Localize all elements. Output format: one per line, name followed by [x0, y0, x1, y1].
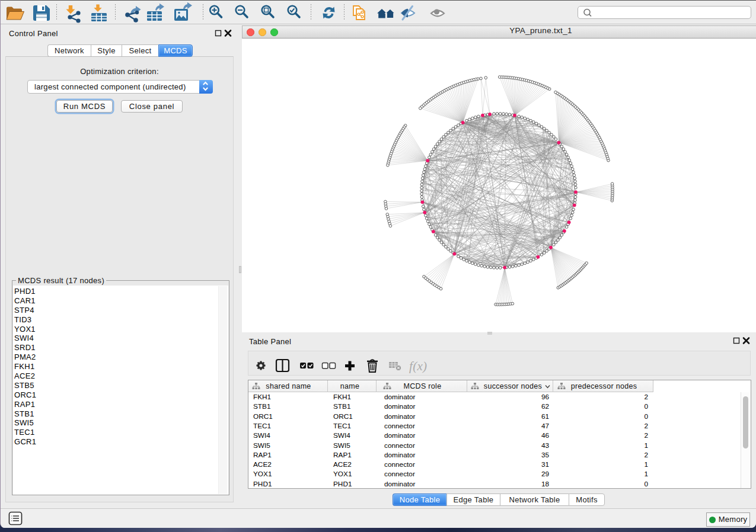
svg-text:f(x): f(x) — [409, 359, 427, 373]
